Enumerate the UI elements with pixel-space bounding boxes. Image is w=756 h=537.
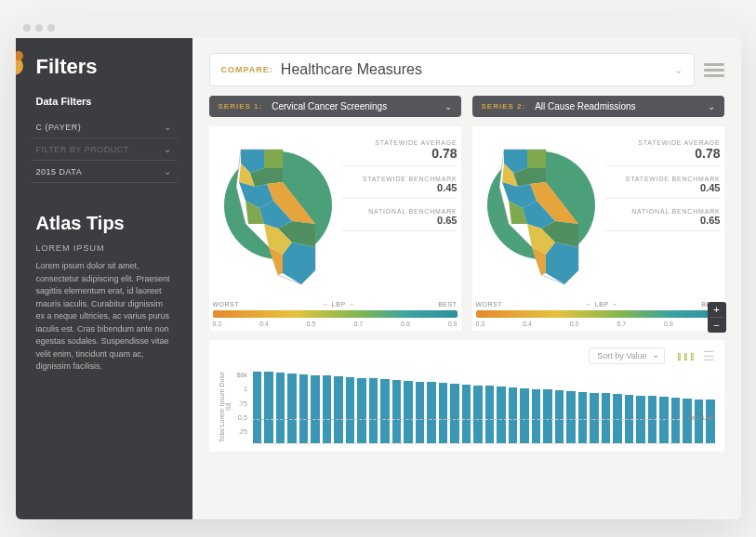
- bar[interactable]: [497, 386, 506, 443]
- stat-statewide-benchmark: STATEWIDE BENCHMARK 0.45: [605, 176, 721, 199]
- view-toggle: ⫾⫾⫾ ☰: [676, 348, 715, 363]
- chevron-down-icon: ⌄: [444, 101, 452, 111]
- compare-selector[interactable]: COMPARE: Healthcare Measures ⌄: [209, 53, 695, 86]
- chart-area: Total Lorem Ipsum Dolor Sit $6k 1 .75 0.…: [219, 370, 715, 444]
- bar[interactable]: [253, 372, 262, 443]
- zoom-control: + −: [708, 302, 726, 333]
- bar[interactable]: [671, 398, 681, 443]
- bar[interactable]: [706, 399, 715, 443]
- bar[interactable]: [392, 380, 402, 443]
- tips-title: Atlas Tips: [36, 213, 178, 234]
- filter-label: C (PAYER): [36, 123, 82, 132]
- bar[interactable]: [439, 383, 448, 443]
- bar[interactable]: [462, 385, 471, 443]
- bar[interactable]: [566, 391, 576, 443]
- compare-label: COMPARE:: [221, 65, 273, 74]
- best-lbp-marker: Best LBP: [687, 414, 714, 421]
- bar[interactable]: [555, 390, 564, 443]
- chevron-down-icon: ⌄: [164, 144, 172, 154]
- series-tag: SERIES 2:: [482, 102, 526, 111]
- bar[interactable]: [450, 384, 459, 443]
- stat-statewide-benchmark: STATEWIDE BENCHMARK 0.45: [342, 176, 458, 199]
- filter-payer[interactable]: C (PAYER) ⌄: [31, 116, 178, 138]
- stat-statewide-avg: STATEWIDE AVERAGE 0.78: [605, 139, 721, 166]
- bar[interactable]: [334, 376, 343, 443]
- bar[interactable]: [473, 386, 483, 443]
- chevron-down-icon: ⌄: [674, 64, 683, 76]
- filter-label: FILTER BY PRODUCT: [36, 145, 129, 154]
- bar[interactable]: [346, 377, 355, 443]
- stat-national-benchmark: NATIONAL BENCHMARK 0.65: [605, 208, 721, 231]
- series-name: All Cause Readmissions: [535, 101, 635, 111]
- filter-label: 2015 DATA: [36, 167, 83, 177]
- filter-product[interactable]: FILTER BY PRODUCT ⌄: [31, 138, 178, 161]
- bar[interactable]: [416, 382, 425, 443]
- bar[interactable]: [485, 386, 495, 443]
- series-name: Cervical Cancer Screenings: [272, 101, 387, 111]
- sort-selector[interactable]: Sort by Value: [589, 347, 664, 364]
- bar[interactable]: [404, 381, 413, 443]
- zoom-in-button[interactable]: +: [708, 302, 726, 317]
- sidebar: BACK ‹ Filters Data Filters C (PAYER) ⌄ …: [16, 38, 192, 519]
- zoom-out-button[interactable]: −: [708, 318, 726, 333]
- window-chrome: [16, 18, 741, 38]
- california-map[interactable]: [213, 136, 338, 294]
- chart-controls: Sort by Value ⫾⫾⫾ ☰: [219, 347, 715, 364]
- browser-window: BACK ‹ Filters Data Filters C (PAYER) ⌄ …: [16, 18, 741, 519]
- series-1-selector[interactable]: SERIES 1: Cervical Cancer Screenings ⌄: [209, 96, 461, 117]
- map-card-2: STATEWIDE AVERAGE 0.78 STATEWIDE BENCHMA…: [472, 126, 724, 331]
- bar[interactable]: [520, 388, 529, 443]
- traffic-light-min[interactable]: [35, 24, 43, 32]
- color-legend: WORST ← LBP → BEST 0.30.40.50.70.80.9: [213, 301, 458, 327]
- app-root: BACK ‹ Filters Data Filters C (PAYER) ⌄ …: [16, 38, 741, 519]
- map-card-1: STATEWIDE AVERAGE 0.78 STATEWIDE BENCHMA…: [209, 126, 461, 331]
- bar[interactable]: [276, 373, 285, 443]
- bar[interactable]: [357, 378, 366, 443]
- bar[interactable]: [287, 373, 297, 443]
- tips-subtitle: LOREM IPSUM: [36, 243, 178, 253]
- bar[interactable]: [602, 393, 611, 443]
- tips-body: Lorem ipsum dolor sit amet, consectetur …: [36, 260, 172, 373]
- stat-statewide-avg: STATEWIDE AVERAGE 0.78: [342, 139, 458, 166]
- bar[interactable]: [427, 382, 436, 443]
- bar[interactable]: [323, 375, 332, 443]
- y-axis: $6k 1 .75 0.5 .25: [237, 370, 247, 444]
- sidebar-subtitle: Data Filters: [36, 96, 178, 107]
- bar[interactable]: [311, 375, 320, 443]
- bars-container[interactable]: Best LBP: [253, 370, 715, 444]
- legend-ticks: 0.30.40.50.70.80.9: [213, 321, 458, 327]
- bar[interactable]: [264, 372, 273, 443]
- series-tag: SERIES 1:: [219, 102, 263, 111]
- map-stats: STATEWIDE AVERAGE 0.78 STATEWIDE BENCHMA…: [342, 136, 458, 231]
- color-legend: WORST ← LBP → BEST 0.30.40.50.70.80.9: [476, 301, 721, 327]
- legend-gradient: [213, 310, 458, 318]
- bar[interactable]: [578, 392, 588, 443]
- series-row: SERIES 1: Cervical Cancer Screenings ⌄ S…: [209, 96, 724, 117]
- bar-view-icon[interactable]: ⫾⫾⫾: [676, 348, 696, 363]
- traffic-light-max[interactable]: [47, 24, 55, 32]
- california-map[interactable]: [476, 136, 602, 294]
- bar[interactable]: [590, 393, 599, 444]
- main-content: COMPARE: Healthcare Measures ⌄ SERIES 1:…: [192, 38, 741, 519]
- top-row: COMPARE: Healthcare Measures ⌄: [209, 53, 724, 86]
- y-axis-title: Total Lorem Ipsum Dolor Sit: [219, 370, 232, 444]
- chevron-down-icon: ⌄: [164, 122, 172, 132]
- compare-title: Healthcare Measures: [281, 61, 422, 78]
- bar[interactable]: [509, 387, 518, 443]
- filter-year[interactable]: 2015 DATA ⌄: [31, 161, 178, 183]
- bar[interactable]: [299, 374, 309, 443]
- bar-chart-card: Sort by Value ⫾⫾⫾ ☰ Total Lorem Ipsum Do…: [209, 340, 724, 452]
- traffic-light-close[interactable]: [23, 24, 31, 32]
- list-view-icon[interactable]: ☰: [703, 348, 715, 363]
- bar[interactable]: [380, 379, 390, 443]
- bar[interactable]: [369, 378, 378, 443]
- stat-national-benchmark: NATIONAL BENCHMARK 0.65: [342, 208, 458, 231]
- map-stats: STATEWIDE AVERAGE 0.78 STATEWIDE BENCHMA…: [605, 136, 721, 231]
- bar[interactable]: [543, 389, 552, 443]
- series-2-selector[interactable]: SERIES 2: All Cause Readmissions ⌄: [472, 96, 724, 117]
- chevron-down-icon: ⌄: [708, 101, 715, 111]
- chevron-down-icon: ⌄: [164, 166, 172, 177]
- sidebar-title: Filters: [36, 55, 178, 79]
- bar[interactable]: [532, 389, 541, 443]
- menu-icon[interactable]: [704, 63, 724, 77]
